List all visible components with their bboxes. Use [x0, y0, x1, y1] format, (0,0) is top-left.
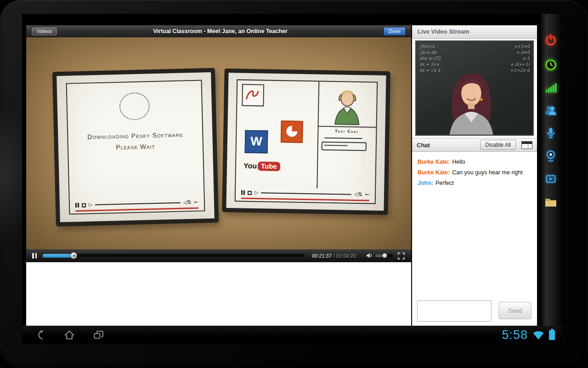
seek-bar[interactable] — [43, 254, 305, 258]
chat-text: Perfect — [435, 180, 454, 186]
battery-icon — [549, 330, 555, 340]
chat-header: Chat Disable All — [412, 138, 537, 152]
seek-knob[interactable] — [70, 252, 77, 259]
volume-slider[interactable] — [375, 254, 393, 257]
recents-icon[interactable] — [93, 329, 105, 340]
sketch-playbar: ▷ ◁⇅ ← — [241, 189, 369, 199]
sketch-screen-right: W You Tube — [222, 69, 390, 214]
chat-text: Can you guys hear me right — [452, 169, 523, 176]
system-tray[interactable]: 5:58 — [502, 326, 555, 344]
sketch-arrow-icon: ← — [194, 200, 198, 205]
chat-message-list: Burke Kate:Hello Burke Kate:Can you guys… — [412, 152, 537, 291]
side-toolbar — [540, 14, 561, 326]
chat-message: Burke Kate:Can you guys hear me right — [418, 169, 531, 176]
webcam-icon[interactable] — [540, 146, 561, 166]
sketch-powerpoint-icon — [281, 121, 303, 143]
volume-icon[interactable] — [366, 253, 373, 259]
disable-all-button[interactable]: Disable All — [480, 140, 516, 150]
video-titlebar: Videos Virtual Classroom - Meet Jane, an… — [26, 25, 411, 37]
video-player[interactable]: Downloading Pesky Software Please Wait ▷… — [26, 37, 411, 249]
system-navbar: 5:58 — [22, 326, 561, 344]
sketch-youtube-logo: You Tube — [243, 161, 280, 171]
sketch-person-icon — [320, 84, 374, 126]
side-panel: Live Video Stream ∫f(x)√x ∫a√x dx shx ±√… — [412, 25, 537, 326]
pause-button[interactable] — [32, 253, 38, 259]
contacts-icon[interactable] — [540, 100, 561, 120]
sketch-stop-icon — [248, 190, 252, 195]
volume-knob[interactable] — [382, 253, 387, 258]
seek-fill — [43, 254, 74, 258]
chat-sender: John: — [418, 180, 433, 186]
tablet: Videos Virtual Classroom - Meet Jane, an… — [0, 0, 588, 368]
chat-popout-icon[interactable] — [521, 141, 532, 149]
chat-message: Burke Kate:Hello — [418, 159, 531, 165]
sketch-text-chat-label: Text Chat — [317, 128, 376, 134]
send-button[interactable]: Send — [498, 302, 531, 319]
power-icon[interactable] — [540, 30, 561, 50]
tablet-screen: Videos Virtual Classroom - Meet Jane, an… — [22, 14, 561, 344]
clock-icon[interactable] — [540, 55, 561, 75]
sketch-speaker-icon: ◁⇅ — [354, 192, 362, 197]
video-pane: Videos Virtual Classroom - Meet Jane, an… — [26, 25, 411, 326]
chat-sender: Burke Kate: — [418, 169, 450, 176]
chat-message: John:Perfect — [418, 180, 531, 186]
mic-icon[interactable] — [540, 123, 561, 143]
chat-input[interactable] — [417, 300, 492, 322]
chalkboard-equations-right: x+1≠0 x-3≠0 x-1 x·3(x+1) =1+2x-6 — [510, 43, 530, 73]
video-library-icon[interactable] — [540, 169, 561, 189]
done-button[interactable]: Done — [384, 27, 406, 35]
content-area-blank — [26, 262, 411, 326]
sketch-download-text: Downloading Pesky Software Please Wait — [68, 130, 203, 152]
status-clock: 5:58 — [502, 328, 528, 342]
chat-title: Chat — [417, 142, 475, 149]
sketch-word-icon: W — [245, 130, 268, 154]
wifi-icon — [532, 330, 544, 340]
sketch-pdf-icon — [242, 84, 264, 107]
chat-text: Hello — [452, 159, 465, 165]
sketch-play-icon: ▷ — [254, 190, 259, 195]
fullscreen-button[interactable] — [398, 253, 405, 259]
signal-icon[interactable] — [540, 78, 561, 98]
teacher-portrait — [434, 67, 512, 136]
home-icon[interactable] — [63, 329, 75, 340]
videos-button[interactable]: Videos — [32, 27, 57, 35]
sketch-speaker-icon: ◁⇅ — [183, 200, 192, 205]
sketch-play-icon: ▷ — [89, 202, 93, 207]
sketch-stop-icon — [82, 203, 86, 207]
player-controls: 00:21:37/ 01:04:20 — [26, 249, 411, 262]
folder-icon[interactable] — [540, 192, 561, 212]
time-display: 00:21:37/ 01:04:20 — [312, 249, 356, 262]
sketch-pause-icon — [75, 203, 79, 207]
sketch-arrow-icon: ← — [365, 192, 369, 197]
live-stream-header: Live Video Stream — [412, 25, 537, 39]
sketch-chat-box — [322, 142, 367, 151]
sketch-progress-line — [241, 198, 369, 201]
page-title: Virtual Classroom - Meet Jane, an Online… — [57, 28, 383, 34]
sketch-spinner-icon — [119, 92, 150, 121]
sketch-pause-icon — [241, 190, 245, 195]
back-icon[interactable] — [35, 329, 47, 340]
sketch-screen-left: Downloading Pesky Software Please Wait ▷… — [53, 69, 218, 226]
app-window: Videos Virtual Classroom - Meet Jane, an… — [26, 25, 537, 326]
chat-sender: Burke Kate: — [418, 159, 450, 165]
live-stream-video[interactable]: ∫f(x)√x ∫a√x dx shx ±√|T| ∂x = 2√x ∂x = … — [415, 40, 534, 136]
